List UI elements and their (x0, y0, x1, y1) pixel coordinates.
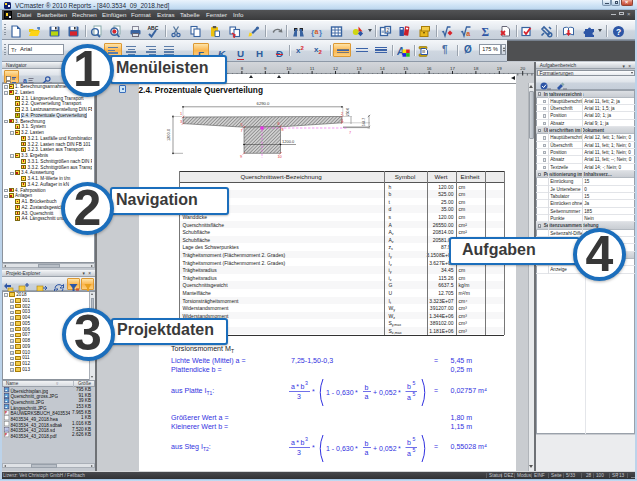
svg-text:5: 5 (241, 123, 243, 127)
svg-text:6290.0: 6290.0 (257, 101, 270, 106)
svg-text:a: a (407, 394, 411, 401)
svg-text:a: a (365, 449, 369, 456)
svg-text:3: 3 (297, 449, 301, 456)
svg-text:11: 11 (310, 66, 315, 71)
svg-text:17: 17 (450, 66, 455, 71)
svg-text:1200.0: 1200.0 (282, 139, 295, 144)
svg-text:14: 14 (380, 66, 385, 71)
svg-text:a: a (365, 393, 369, 400)
svg-text:13: 13 (356, 66, 361, 71)
svg-text:b: b (407, 383, 411, 390)
svg-text:3: 3 (180, 120, 182, 124)
svg-text:a: a (466, 30, 470, 37)
svg-text:8: 8 (282, 128, 284, 132)
svg-text:9: 9 (264, 66, 267, 71)
svg-text:*: * (312, 444, 315, 451)
svg-text:?: ? (616, 27, 621, 37)
svg-text:16: 16 (427, 66, 432, 71)
svg-text:9: 9 (240, 155, 242, 159)
svg-text:a * b: a * b (291, 439, 304, 446)
svg-text:1: 1 (180, 112, 182, 116)
svg-text:*: * (312, 388, 315, 395)
svg-text:5: 5 (413, 436, 416, 442)
svg-text:7: 7 (349, 131, 351, 135)
svg-text:19: 19 (497, 66, 502, 71)
svg-text:}: } (319, 28, 322, 37)
svg-text:b: b (365, 384, 369, 391)
svg-text:5: 5 (413, 447, 416, 453)
svg-text:b: b (365, 440, 369, 447)
svg-text:Σ: Σ (481, 26, 489, 38)
svg-text:a * b: a * b (291, 383, 304, 390)
svg-text:+ 0,052 *: + 0,052 * (373, 445, 401, 452)
svg-text:10: 10 (278, 155, 282, 159)
svg-text:5: 5 (413, 391, 416, 397)
svg-text:20: 20 (520, 66, 525, 71)
svg-text:12: 12 (333, 66, 338, 71)
svg-text:15: 15 (403, 66, 408, 71)
svg-text:1 - 0,630 *: 1 - 0,630 * (326, 389, 358, 396)
svg-text:8: 8 (241, 66, 244, 71)
svg-text:ABC: ABC (147, 25, 158, 31)
svg-text:18: 18 (473, 66, 478, 71)
svg-text:564.7: 564.7 (362, 118, 366, 127)
svg-text:2: 2 (386, 28, 389, 33)
svg-text:3: 3 (297, 393, 301, 400)
svg-text:10: 10 (286, 66, 291, 71)
svg-text:a: a (407, 450, 411, 457)
svg-text:a: a (315, 28, 319, 35)
svg-text:250.0: 250.0 (346, 108, 350, 117)
svg-text:3: 3 (305, 380, 308, 386)
svg-text:1200.0: 1200.0 (166, 128, 171, 141)
svg-text:3: 3 (305, 436, 308, 442)
svg-text:b: b (407, 439, 411, 446)
svg-text:+ 0,052 *: + 0,052 * (373, 389, 401, 396)
svg-text:7: 7 (241, 129, 243, 133)
svg-text:6: 6 (278, 122, 280, 126)
svg-text:1 - 0,630 *: 1 - 0,630 * (326, 445, 358, 452)
svg-text:5: 5 (413, 380, 416, 386)
